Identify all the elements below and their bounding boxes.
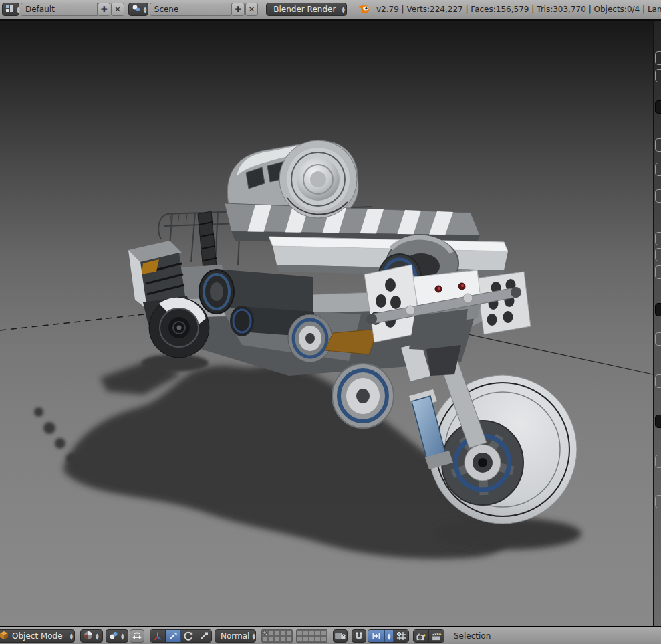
- object-mode-cube-icon: [0, 631, 9, 642]
- properties-tab-partial[interactable]: [655, 51, 661, 65]
- layer-cell[interactable]: [280, 630, 286, 636]
- layers-widget: [261, 629, 327, 643]
- layer-cell[interactable]: [315, 636, 321, 642]
- opengl-render-animation-button[interactable]: [429, 630, 444, 642]
- scene-statistics: v2.79 | Verts:224,227 | Faces:156,579 | …: [376, 5, 661, 14]
- layer-cell[interactable]: [315, 630, 321, 636]
- spinner-icon: ▲▼: [121, 633, 124, 639]
- render-engine-dropdown[interactable]: Blender Render ▲▼: [266, 3, 347, 16]
- close-icon: ✕: [249, 5, 255, 14]
- properties-tab-partial[interactable]: [655, 495, 661, 508]
- properties-tab-partial[interactable]: [655, 248, 661, 261]
- spinner-icon: ▲▼: [342, 6, 345, 13]
- lock-to-scene-toggle[interactable]: [333, 629, 348, 643]
- screen-layout-field[interactable]: Default: [21, 3, 98, 16]
- axes-icon: [153, 631, 162, 641]
- properties-tab-partial[interactable]: [655, 100, 661, 114]
- grid-snap-icon: [396, 631, 406, 641]
- snap-element-increment-button[interactable]: [368, 630, 385, 642]
- layer-cell[interactable]: [297, 630, 303, 636]
- manipulator-toggle[interactable]: [150, 630, 166, 642]
- editor-type-icon: [5, 4, 14, 15]
- scene-browse-button[interactable]: ▲▼: [128, 3, 148, 16]
- editor-type-selector[interactable]: ▲▼: [2, 3, 19, 16]
- report-message: Selection: [454, 631, 491, 641]
- layer-cell[interactable]: [309, 636, 315, 642]
- orientation-value: Normal: [221, 631, 249, 641]
- opengl-render-cluster: [413, 629, 444, 643]
- properties-tab-partial[interactable]: [655, 69, 661, 82]
- layer-cell[interactable]: [262, 636, 268, 642]
- layer-objects-dot: [263, 631, 267, 635]
- scale-icon: [199, 631, 209, 641]
- properties-tab-partial[interactable]: [655, 415, 661, 428]
- layer-cell[interactable]: [268, 636, 274, 642]
- viewport-3d[interactable]: [0, 21, 653, 626]
- properties-tabs-strip[interactable]: [653, 21, 661, 626]
- properties-tab-partial[interactable]: [655, 189, 661, 203]
- add-layout-button[interactable]: ✚: [98, 3, 110, 16]
- plus-icon: ✚: [235, 5, 241, 14]
- plus-icon: ✚: [101, 5, 108, 14]
- layer-cell[interactable]: [303, 636, 309, 642]
- close-icon: ✕: [114, 5, 121, 14]
- pivot-icon: [109, 631, 118, 642]
- scene-value: Scene: [154, 5, 179, 14]
- scale-manipulator-button[interactable]: [196, 630, 211, 642]
- layer-cell[interactable]: [280, 636, 286, 642]
- properties-tab-partial[interactable]: [655, 374, 661, 388]
- layer-cell[interactable]: [286, 636, 292, 642]
- properties-tab-partial[interactable]: [655, 138, 661, 152]
- layer-cell[interactable]: [321, 630, 327, 636]
- layer-cell[interactable]: [297, 636, 303, 642]
- pivot-point-dropdown[interactable]: ▲▼: [106, 629, 128, 643]
- layers-group-2[interactable]: [296, 629, 327, 643]
- snap-element-spinner[interactable]: ▲▼: [385, 630, 394, 642]
- properties-tab-partial[interactable]: [655, 455, 661, 468]
- layer-cell[interactable]: [303, 630, 309, 636]
- spinner-icon: ▲▼: [70, 633, 73, 639]
- translate-arrow-icon: [168, 631, 178, 641]
- layer-cell[interactable]: [309, 630, 315, 636]
- absolute-grid-snap-toggle[interactable]: [394, 630, 408, 642]
- render-engine-value: Blender Render: [273, 5, 339, 14]
- layer-cell[interactable]: [274, 630, 280, 636]
- delete-layout-button[interactable]: ✕: [111, 3, 124, 16]
- properties-tab-partial[interactable]: [655, 232, 661, 245]
- viewport-shading-dropdown[interactable]: ▲▼: [80, 629, 103, 643]
- camera-icon: [416, 631, 426, 641]
- translate-manipulator-button[interactable]: [166, 630, 181, 642]
- spinner-icon: ▲▼: [252, 633, 255, 639]
- layer-cell[interactable]: [274, 636, 280, 642]
- magnet-icon: [354, 631, 364, 641]
- scene-field[interactable]: Scene: [150, 3, 232, 16]
- clapperboard-icon: [431, 631, 442, 641]
- properties-tab-partial[interactable]: [655, 163, 661, 176]
- rotate-manipulator-button[interactable]: [181, 630, 196, 642]
- mode-dropdown[interactable]: Object Mode ▲▼: [0, 629, 75, 643]
- center-points-icon: [132, 631, 142, 641]
- layer-cell[interactable]: [268, 630, 274, 636]
- opengl-render-image-button[interactable]: [414, 630, 429, 642]
- delete-scene-button[interactable]: ✕: [245, 3, 258, 16]
- spinner-icon: ▲▼: [388, 633, 391, 639]
- manipulate-center-points-toggle[interactable]: [130, 629, 144, 643]
- blender-window: { "top_bar": { "layout_selector": {"valu…: [0, 0, 661, 644]
- add-scene-button[interactable]: ✚: [231, 3, 244, 16]
- properties-tab-partial[interactable]: [655, 265, 661, 279]
- model-mid-wheel-a: [288, 314, 332, 362]
- layer-cell[interactable]: [286, 630, 292, 636]
- snap-toggle[interactable]: [352, 629, 366, 643]
- transform-orientation-dropdown[interactable]: Normal ▲▼: [215, 629, 256, 643]
- blender-logo-icon: [356, 3, 371, 17]
- properties-tab-partial[interactable]: [655, 332, 661, 346]
- model-canopy-cap: [279, 140, 357, 218]
- scene-icon: [132, 4, 141, 15]
- layer-cell[interactable]: [321, 636, 327, 642]
- lock-icon: [335, 631, 346, 641]
- layers-group-1[interactable]: [261, 629, 293, 643]
- properties-tab-partial[interactable]: [655, 303, 661, 316]
- layer-cell[interactable]: [262, 630, 268, 636]
- model-orange-decal: [325, 329, 378, 354]
- spinner-icon: ▲▼: [17, 6, 20, 13]
